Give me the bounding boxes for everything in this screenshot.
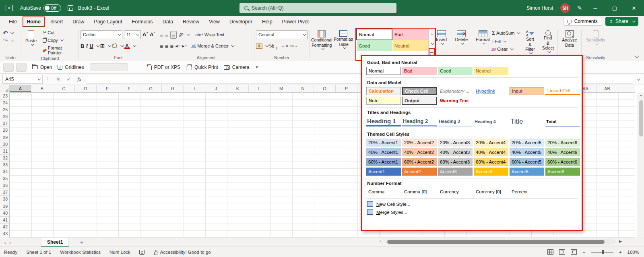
row-header-24[interactable]: 24 [0,99,9,106]
macro-record-icon[interactable] [139,250,144,255]
cell-style-comma[interactable]: Comma [366,188,401,196]
pdf-xps-button[interactable]: PDF or XPS [146,64,180,70]
cell-style-bad[interactable]: Bad [402,67,437,75]
cell-style-40-accent3[interactable]: 40% - Accent3 [438,148,473,156]
tab-developer[interactable]: Developer [225,16,257,27]
find-select-button[interactable]: Find & Select [540,29,556,56]
tab-view[interactable]: View [204,16,225,27]
zoom-out-button[interactable]: − [582,250,585,255]
tab-review[interactable]: Review [178,16,204,27]
tab-power-pivot[interactable]: Power Pivot [277,16,314,27]
vertical-scrollbar[interactable]: ▲ [638,93,644,238]
cell-style-check-cell[interactable]: Check Cell [402,87,437,95]
cell-style-currency[interactable]: Currency [438,188,473,196]
select-all-corner[interactable] [0,85,10,93]
row-header-41[interactable]: 41 [0,217,9,224]
cell-style-40-accent2[interactable]: 40% - Accent2 [402,148,437,156]
orientation-button[interactable]: ab [178,31,184,38]
namebox-dots-icon[interactable]: ⋮ [43,76,53,82]
scroll-right-icon[interactable]: ▶ [619,239,622,243]
cell-style-accent4[interactable]: Accent4 [474,168,508,176]
tab-insert[interactable]: Insert [45,16,68,27]
gallery-style-bad[interactable]: Bad [392,29,428,40]
row-headers[interactable]: 2324252627282930313233343536373839404142… [0,93,10,238]
cell-style-comma-0-[interactable]: Comma [0] [402,188,437,196]
share-button[interactable]: ↥ Share [605,17,638,26]
sort-filter-button[interactable]: AZ Sort & Filter [523,29,537,56]
cell-style-accent1[interactable]: Accent1 [366,168,401,176]
align-bottom-button[interactable]: ≡ [170,31,177,39]
horizontal-scroll-thumb[interactable] [387,240,605,244]
quick-print-button[interactable]: Quick Print [186,64,218,70]
zoom-slider[interactable] [591,252,613,253]
row-header-35[interactable]: 35 [0,175,9,182]
column-header-O[interactable]: O [314,85,336,92]
cell-style-accent2[interactable]: Accent2 [402,168,437,176]
zoom-slider-knob[interactable] [602,250,604,254]
undo-button[interactable]: ↶ [2,29,19,37]
page-layout-view-button[interactable] [559,249,565,255]
horizontal-scrollbar[interactable] [386,239,616,245]
conditional-formatting-button[interactable]: Conditional Formatting [311,29,332,51]
column-header-B[interactable]: B [31,85,53,92]
accessibility-status[interactable]: Accessibility: Good to go [160,250,211,255]
cell-style-20-accent2[interactable]: 20% - Accent2 [402,139,437,147]
cancel-entry-icon[interactable]: ✕ [53,76,64,82]
avatar[interactable]: SH [560,3,570,13]
row-header-39[interactable]: 39 [0,203,9,210]
cell-style-explanatory-[interactable]: Explanatory ... [438,87,473,95]
row-header-40[interactable]: 40 [0,210,9,217]
row-header-43[interactable]: 43 [0,230,9,237]
autosum-button[interactable]: ΣAutoSum [491,29,520,37]
column-header-G[interactable]: G [140,85,162,92]
sensitivity-button[interactable]: Sensitivity [583,29,608,46]
maximize-button[interactable]: ▢ [609,5,621,11]
close-button[interactable]: ✕ [628,5,640,11]
align-middle-button[interactable]: ≡ [165,32,169,38]
sheet-nav-right-icon[interactable]: › [5,239,15,245]
row-header-26[interactable]: 26 [0,113,9,120]
number-format-select[interactable]: General [256,30,308,39]
clear-button[interactable]: Clear [491,46,520,52]
underline-chevron[interactable] [96,44,99,47]
cell-style-40-accent5[interactable]: 40% - Accent5 [510,148,544,156]
gallery-style-normal[interactable]: Normal [357,29,392,40]
align-right-button[interactable]: ≡ [170,43,174,49]
analyze-data-button[interactable]: Analyze Data [559,29,580,49]
cell-style-good[interactable]: Good [438,67,473,75]
camera-button[interactable]: Camera [224,64,250,70]
user-name[interactable]: Simon Hurst [526,5,553,11]
font-color-button[interactable]: A [124,44,130,49]
insert-cells-button[interactable]: ← Insert [433,29,450,46]
cell-style-60-accent2[interactable]: 60% - Accent2 [402,158,437,166]
zoom-level[interactable]: 100% [627,250,639,255]
row-header-29[interactable]: 29 [0,134,9,141]
ink-editor-icon[interactable]: ✎ [577,5,582,11]
cell-style-40-accent1[interactable]: 40% - Accent1 [366,148,401,156]
cell-style-linked-cell[interactable]: Linked Cell [545,87,580,95]
decrease-decimal-button[interactable]: .00→ [289,44,297,48]
row-header-33[interactable]: 33 [0,162,9,168]
underline-button[interactable]: U [89,43,93,49]
format-painter-button[interactable]: Format Painter [41,45,77,56]
cell-style-neutral[interactable]: Neutral [474,67,508,75]
fill-color-button[interactable] [112,44,118,48]
comments-button[interactable]: Comments [563,17,602,26]
command-new-cell-style-[interactable]: New Cell Style... [367,201,582,207]
cell-style-60-accent3[interactable]: 60% - Accent3 [438,158,473,166]
column-header-L[interactable]: L [249,85,270,92]
save-icon[interactable] [68,5,73,11]
row-header-28[interactable]: 28 [0,127,9,134]
cell-style-accent5[interactable]: Accent5 [510,168,544,176]
row-header-23[interactable]: 23 [0,93,9,99]
accounting-format-button[interactable]: $ [256,44,262,49]
column-header-I[interactable]: I [184,85,205,92]
excel-app-icon[interactable]: X [6,5,13,11]
autosave-toggle[interactable]: Off [43,4,61,12]
bold-button[interactable]: B [80,43,84,49]
cell-style-20-accent5[interactable]: 20% - Accent5 [510,139,544,147]
sheet-info[interactable]: Sheet 1 of 1 [26,250,51,255]
row-header-34[interactable]: 34 [0,168,9,175]
tab-page-layout[interactable]: Page Layout [89,16,127,27]
row-header-25[interactable]: 25 [0,106,9,113]
